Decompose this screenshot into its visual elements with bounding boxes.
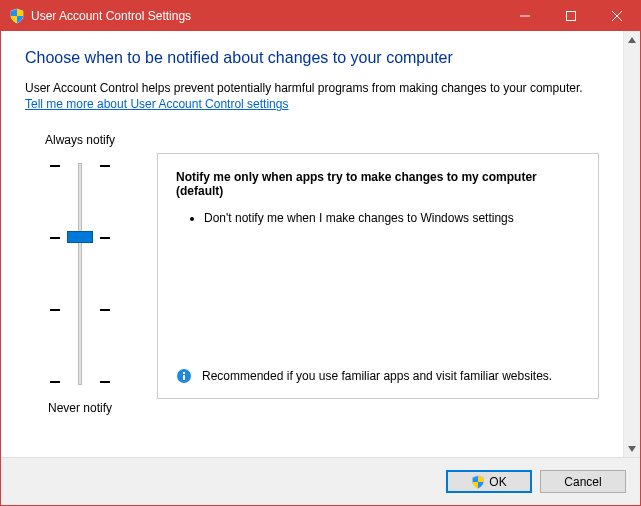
dialog-footer: OK Cancel (1, 457, 640, 505)
close-button[interactable] (594, 1, 640, 31)
slider-label-never: Never notify (48, 401, 112, 415)
description-bullets: Don't notify me when I make changes to W… (176, 210, 580, 232)
window-controls (502, 1, 640, 31)
ok-button[interactable]: OK (446, 470, 532, 493)
content-wrap: Choose when to be notified about changes… (1, 31, 640, 457)
scroll-down-arrow[interactable] (624, 440, 640, 457)
slider-area: Always notify Never notify Notify me onl… (25, 133, 599, 415)
cancel-button-label: Cancel (564, 475, 601, 489)
slider-tick (50, 309, 110, 310)
window-title: User Account Control Settings (31, 9, 502, 23)
content-area: Choose when to be notified about changes… (1, 31, 623, 457)
shield-icon (471, 475, 485, 489)
description-title: Notify me only when apps try to make cha… (176, 170, 580, 198)
page-heading: Choose when to be notified about changes… (25, 49, 599, 67)
svg-rect-1 (567, 12, 576, 21)
slider-column: Always notify Never notify (25, 133, 135, 415)
notification-slider[interactable] (50, 159, 110, 389)
recommendation-row: Recommended if you use familiar apps and… (176, 358, 580, 384)
maximize-button[interactable] (548, 1, 594, 31)
uac-shield-icon (9, 8, 25, 24)
learn-more-link[interactable]: Tell me more about User Account Control … (25, 97, 288, 111)
recommendation-text: Recommended if you use familiar apps and… (202, 368, 552, 384)
svg-rect-6 (183, 372, 185, 374)
vertical-scrollbar[interactable] (623, 31, 640, 457)
uac-settings-window: User Account Control Settings Choose whe… (0, 0, 641, 506)
info-icon (176, 368, 192, 384)
ok-button-label: OK (489, 475, 506, 489)
slider-tick (50, 165, 110, 166)
scroll-up-arrow[interactable] (624, 31, 640, 48)
cancel-button[interactable]: Cancel (540, 470, 626, 493)
description-bullet: Don't notify me when I make changes to W… (204, 210, 580, 226)
minimize-button[interactable] (502, 1, 548, 31)
slider-rail (78, 163, 82, 385)
slider-label-always: Always notify (45, 133, 115, 147)
description-panel: Notify me only when apps try to make cha… (157, 153, 599, 399)
page-subtext: User Account Control helps prevent poten… (25, 81, 599, 95)
titlebar: User Account Control Settings (1, 1, 640, 31)
slider-tick (50, 381, 110, 382)
scroll-track[interactable] (624, 48, 640, 440)
slider-thumb[interactable] (67, 231, 93, 243)
svg-rect-5 (183, 375, 185, 380)
